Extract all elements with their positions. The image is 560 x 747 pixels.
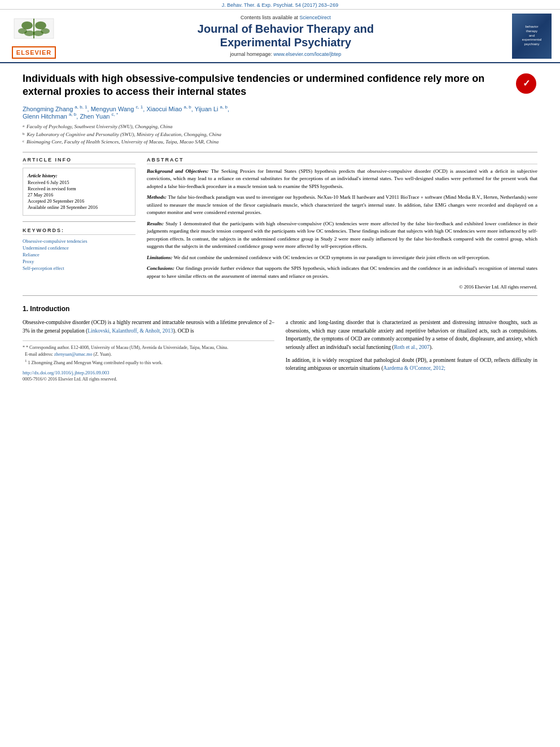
corresponding-note: * * Corresponding author. E12-4008, Univ… [23,344,274,351]
available-date: Available online 28 September 2016 [28,204,130,210]
received-revised-label: Received in revised form [28,186,130,191]
aardema-ref[interactable]: Aardema & O'Connor, 2012; [383,365,445,371]
doi-link[interactable]: http://dx.doi.org/10.1016/j.jbtep.2016.0… [23,370,274,375]
email-note: E-mail address: zhenyuan@umac.mo (Z. Yua… [23,351,274,358]
elsevier-logo: ELSEVIER [12,46,56,59]
svg-point-2 [21,21,33,29]
equal-contribution-note: 1 1 Zhongming Zhang and Mengyun Wang con… [23,358,274,366]
keywords-divider [23,221,135,222]
section-divider [23,295,537,296]
keyword-2: Undermined confidence [23,245,135,251]
divider [23,152,537,152]
svg-point-7 [33,30,43,36]
article-info-box: Article history: Received 6 July 2015 Re… [23,168,135,216]
received-date: Received 6 July 2015 [28,180,130,185]
intro-text-left: Obsessive-compulsive disorder (OCD) is a… [23,318,274,335]
journal-homepage: journal homepage: www.elsevier.com/locat… [230,51,341,57]
article-info-header: Article Info [23,157,135,164]
sciencedirect-link[interactable]: ScienceDirect [300,15,331,20]
copyright-line: © 2016 Elsevier Ltd. All rights reserved… [147,283,537,291]
article-history-label: Article history: [28,173,130,178]
intro-col-left: Obsessive-compulsive disorder (OCD) is a… [23,318,274,382]
journal-header-right: behaviortherapyandexperimentalpsychiatry [509,13,554,59]
abstract-limitations: Limitations: We did not combine the unde… [147,254,537,262]
revised-date: 27 May 2016 [28,192,130,198]
journal-title: Journal of Behavior Therapy and Experime… [198,22,374,49]
two-col-section: Article Info Article history: Received 6… [23,157,537,291]
affil-c: c Bioimaging Core, Faculty of Health Sci… [23,138,537,146]
elsevier-tree-logo [11,13,56,44]
abstract-header: Abstract [147,157,537,164]
abstract-column: Abstract Background and Objectives: The … [147,157,537,291]
crossmark-badge[interactable]: ✓ [515,72,537,95]
article-info-column: Article Info Article history: Received 6… [23,157,135,291]
abstract-text: Background and Objectives: The Seeking P… [147,168,537,291]
citation-bar: J. Behav. Ther. & Exp. Psychiat. 54 (201… [0,0,560,10]
abstract-results: Results: Study 1 demonstrated that the p… [147,220,537,251]
svg-point-3 [35,21,46,29]
accepted-date: Accepted 20 September 2016 [28,198,130,204]
introduction-section: 1. Introduction Obsessive-compulsive dis… [23,305,537,382]
svg-point-6 [24,30,34,36]
intro-col-right: a chronic and long-lasting disorder that… [286,318,537,382]
journal-header: ELSEVIER Contents lists available at Sci… [0,10,560,63]
abstract-conclusions: Conclusions: Our findings provide furthe… [147,265,537,280]
keyword-1: Obsessive-compulsive tendencies [23,238,135,244]
article-title: Individuals with high obsessive-compulsi… [23,72,537,99]
keywords-header: Keywords: [23,228,135,235]
intro-two-col: Obsessive-compulsive disorder (OCD) is a… [23,318,537,382]
article-content: Individuals with high obsessive-compulsi… [0,63,560,391]
issn-line: 0005-7916/© 2016 Elsevier Ltd. All right… [23,377,274,382]
footnotes: * * Corresponding author. E12-4008, Univ… [23,340,274,366]
authors-line: Zhongming Zhang a, b, 1, Mengyun Wang c,… [23,104,537,120]
roth-ref[interactable]: Roth et al., 2007 [394,344,430,350]
citation-text: J. Behav. Ther. & Exp. Psychiat. 54 (201… [222,2,338,8]
affiliations: a Faculty of Psychology, Southwest Unive… [23,123,537,146]
homepage-link[interactable]: www.elsevier.com/locate/jbtep [274,51,342,57]
journal-header-center: Contents lists available at ScienceDirec… [67,13,505,59]
crossmark-icon: ✓ [516,73,536,94]
journal-cover-text: behaviortherapyandexperimentalpsychiatry [522,25,541,47]
keyword-4: Proxy [23,259,135,264]
intro-text-right-p2: In addition, it is widely recognized tha… [286,356,537,373]
journal-cover-image: behaviortherapyandexperimentalpsychiatry [512,14,552,59]
keywords-section: Keywords: Obsessive-compulsive tendencie… [23,228,135,271]
abstract-background: Background and Objectives: The Seeking P… [147,168,537,191]
contents-available-text: Contents lists available at ScienceDirec… [240,15,331,20]
affil-b: b Key Laboratory of Cognitive and Person… [23,131,537,139]
linkovski-ref[interactable]: Linkovski, Kalanthroff, & Anholt, 2013 [88,328,173,334]
affil-a: a Faculty of Psychology, Southwest Unive… [23,123,537,131]
intro-text-right-p1: a chronic and long-lasting disorder that… [286,318,537,352]
journal-header-left: ELSEVIER [6,13,62,59]
keyword-3: Reliance [23,252,135,257]
page: J. Behav. Ther. & Exp. Psychiat. 54 (201… [0,0,560,747]
keyword-5: Self-perception effect [23,265,135,271]
email-link[interactable]: zhenyuan@umac.mo [54,352,93,357]
section-title: 1. Introduction [23,305,537,313]
abstract-methods: Methods: The false bio-feedback paradigm… [147,194,537,217]
